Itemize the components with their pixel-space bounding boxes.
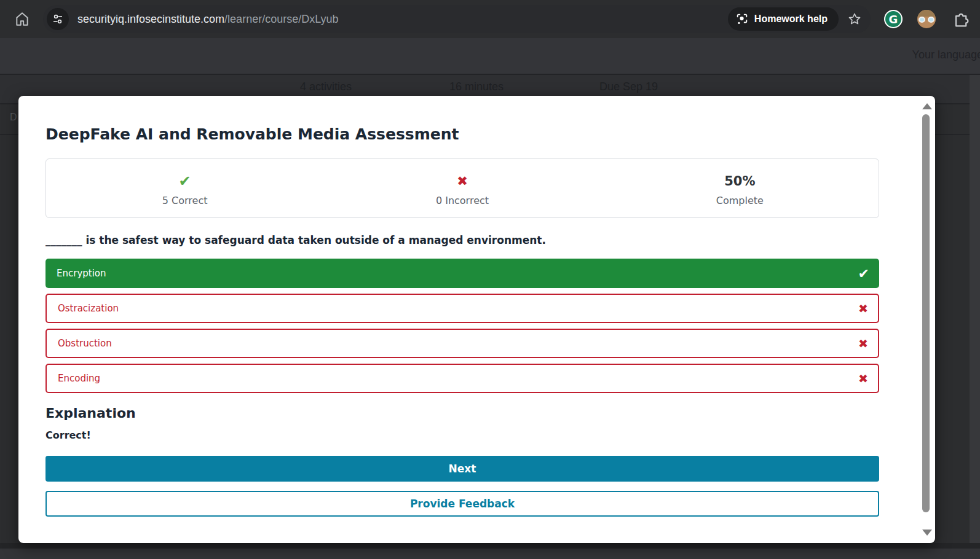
cross-icon: ✖	[858, 337, 868, 350]
avatar-glasses-left	[919, 17, 925, 23]
cross-icon: ✖	[457, 173, 468, 190]
answer-option-obstruction[interactable]: Obstruction ✖	[45, 329, 879, 358]
cross-icon: ✖	[858, 302, 868, 315]
explanation-text: Correct!	[45, 429, 879, 441]
lens-icon	[735, 12, 749, 26]
page-footer-band	[0, 549, 980, 559]
answer-option-ostracization[interactable]: Ostracization ✖	[45, 294, 879, 323]
complete-stat: 50% Complete	[601, 159, 879, 217]
course-minutes: 16 minutes	[449, 80, 504, 93]
score-summary: ✔ 5 Correct ✖ 0 Incorrect 50% Complete	[45, 158, 879, 218]
extensions-button[interactable]	[952, 10, 969, 28]
url-text[interactable]: securityiq.infosecinstitute.com/learner/…	[77, 13, 728, 26]
course-due-date: Due Sep 19	[599, 80, 658, 93]
address-bar[interactable]: securityiq.infosecinstitute.com/learner/…	[43, 5, 871, 33]
answer-option-encryption[interactable]: Encryption ✔	[45, 259, 879, 288]
site-settings-icon	[52, 14, 63, 25]
cross-icon: ✖	[858, 372, 868, 385]
grammarly-extension-button[interactable]: G	[884, 10, 903, 28]
home-icon	[14, 11, 30, 27]
check-icon: ✔	[179, 173, 191, 190]
language-notice-text: Your language is set t	[912, 49, 980, 61]
homework-help-button[interactable]: Homework help	[728, 7, 839, 31]
option-label: Ostracization	[58, 303, 119, 314]
extension-area: G	[884, 10, 969, 28]
avatar-glasses-right	[928, 17, 935, 23]
site-settings-button[interactable]	[47, 8, 69, 30]
bookmark-star-button[interactable]	[847, 12, 862, 26]
grammarly-icon: G	[885, 11, 901, 27]
answer-option-encoding[interactable]: Encoding ✖	[45, 364, 879, 393]
check-icon: ✔	[858, 266, 869, 281]
url-path: /learner/course/DxLyub	[224, 13, 338, 25]
option-label: Obstruction	[58, 338, 112, 349]
homework-help-label: Homework help	[754, 14, 828, 25]
scrollbar-thumb[interactable]	[922, 114, 930, 512]
complete-percent: 50%	[724, 173, 755, 190]
scroll-up-arrow-icon[interactable]	[922, 103, 932, 109]
provide-feedback-button[interactable]: Provide Feedback	[45, 491, 879, 517]
language-notice-bar: Your language is set t	[0, 38, 980, 74]
next-button[interactable]: Next	[45, 456, 879, 482]
partial-row-text: D	[10, 112, 17, 123]
url-domain: securityiq.infosecinstitute.com	[77, 13, 224, 25]
option-label: Encoding	[58, 373, 100, 384]
home-button[interactable]	[12, 9, 32, 29]
divider	[0, 543, 980, 549]
star-icon	[847, 12, 862, 26]
avatar-hair	[917, 10, 936, 17]
puzzle-icon	[952, 10, 969, 28]
course-activities: 4 activities	[300, 80, 352, 93]
option-label: Encryption	[57, 268, 106, 279]
screen: securityiq.infosecinstitute.com/learner/…	[0, 0, 980, 559]
correct-stat: ✔ 5 Correct	[46, 159, 323, 217]
browser-toolbar: securityiq.infosecinstitute.com/learner/…	[0, 0, 980, 38]
question-text: _______ is the safest way to safeguard d…	[45, 233, 879, 248]
assessment-modal: DeepFake AI and Removable Media Assessme…	[18, 96, 935, 543]
complete-label: Complete	[716, 195, 764, 206]
scroll-down-arrow-icon[interactable]	[922, 530, 932, 536]
modal-scrollbar[interactable]	[920, 98, 934, 541]
incorrect-stat: ✖ 0 Incorrect	[323, 159, 601, 217]
explanation-heading: Explanation	[45, 405, 879, 421]
modal-title: DeepFake AI and Removable Media Assessme…	[45, 124, 879, 145]
page-scrollbar[interactable]	[970, 75, 980, 559]
profile-avatar[interactable]	[917, 10, 936, 28]
correct-count-label: 5 Correct	[162, 195, 208, 206]
incorrect-count-label: 0 Incorrect	[436, 195, 489, 206]
answer-options: Encryption ✔ Ostracization ✖ Obstruction…	[45, 259, 879, 393]
